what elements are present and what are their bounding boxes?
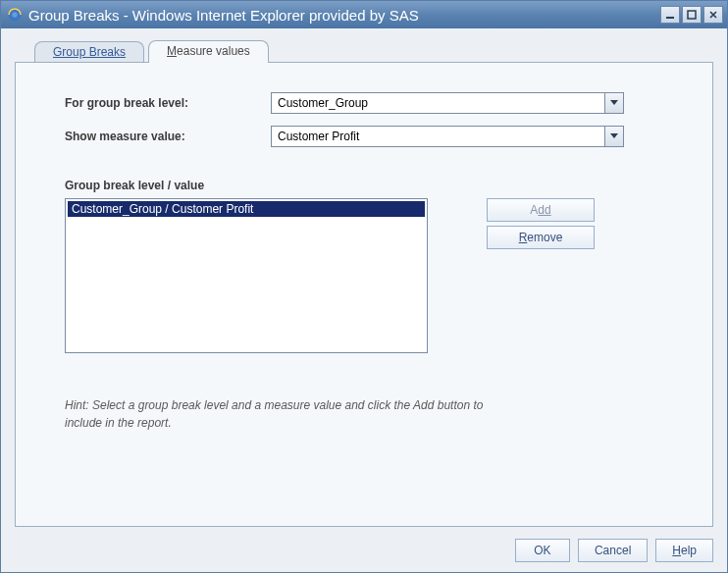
client-area: Group Breaks Measure values For group br… (1, 28, 727, 572)
svg-rect-3 (688, 11, 696, 19)
tab-group-breaks[interactable]: Group Breaks (34, 41, 144, 63)
side-buttons: Add Remove (487, 198, 595, 249)
select-show-measure-value[interactable]: Customer Profit (271, 126, 624, 147)
cancel-button[interactable]: Cancel (578, 539, 648, 562)
label-show-measure-value: Show measure value: (65, 130, 271, 143)
ok-button[interactable]: OK (515, 539, 570, 562)
label-list-section: Group break level / value (65, 179, 663, 192)
chevron-down-icon (604, 127, 623, 146)
minimize-button[interactable] (660, 6, 680, 24)
ie-icon (7, 7, 23, 23)
chevron-down-icon (604, 93, 623, 113)
list-item[interactable]: Customer_Group / Customer Profit (68, 201, 425, 217)
svg-point-1 (12, 12, 17, 17)
close-button[interactable] (703, 6, 723, 24)
add-button[interactable]: Add (487, 198, 595, 222)
select-group-break-level[interactable]: Customer_Group (271, 92, 624, 114)
svg-marker-5 (610, 133, 618, 138)
help-button[interactable]: Help (655, 539, 713, 562)
label-group-break-level: For group break level: (65, 96, 271, 110)
svg-rect-2 (666, 17, 674, 19)
select-group-break-level-value: Customer_Group (272, 96, 604, 110)
tab-panel-measure-values: For group break level: Customer_Group Sh… (15, 62, 713, 527)
title-bar: Group Breaks - Windows Internet Explorer… (1, 1, 727, 28)
row-show-measure-value: Show measure value: Customer Profit (65, 126, 663, 147)
tab-strip: Group Breaks Measure values (34, 38, 713, 62)
hint-text: Hint: Select a group break level and a m… (65, 396, 487, 432)
listbox-group-break-values[interactable]: Customer_Group / Customer Profit (65, 198, 428, 353)
svg-marker-4 (610, 100, 618, 105)
dialog-footer: OK Cancel Help (15, 539, 713, 562)
window-controls (660, 6, 723, 24)
tab-measure-values[interactable]: Measure values (148, 40, 269, 63)
remove-button[interactable]: Remove (487, 226, 595, 249)
window-frame: Group Breaks - Windows Internet Explorer… (0, 0, 728, 573)
row-group-break-level: For group break level: Customer_Group (65, 92, 663, 114)
maximize-button[interactable] (682, 6, 702, 24)
select-show-measure-value-value: Customer Profit (272, 130, 604, 143)
window-title: Group Breaks - Windows Internet Explorer… (28, 7, 660, 24)
list-and-buttons: Customer_Group / Customer Profit Add Rem… (65, 198, 663, 353)
